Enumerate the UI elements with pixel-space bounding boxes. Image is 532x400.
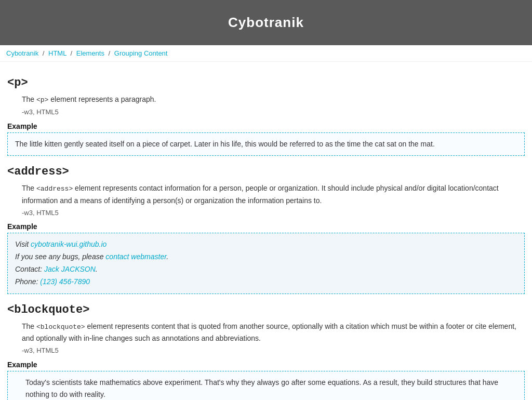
address-line-1-prefix: Visit (15, 240, 31, 248)
blockquote-example-box: Today's scientists take mathematics abov… (7, 371, 525, 400)
address-link-site[interactable]: cybotranik-wui.github.io (31, 240, 107, 248)
address-line-2-suffix: . (166, 252, 168, 261)
address-source: -w3, HTML5 (22, 209, 59, 217)
breadcrumb-cybotranik[interactable]: Cybotranik (6, 49, 38, 57)
p-heading: <p> (7, 76, 525, 89)
address-line-2-prefix: If you see any bugs, please (15, 252, 105, 261)
breadcrumb-sep-2: / (71, 49, 74, 57)
address-heading: <address> (7, 165, 525, 178)
p-example-text: The little kitten gently seated itself o… (15, 140, 435, 148)
address-link-contact[interactable]: contact webmaster (105, 252, 166, 261)
p-example-label: Example (7, 122, 525, 130)
address-link-phone[interactable]: (123) 456-7890 (40, 277, 90, 286)
blockquote-heading: <blockquote> (7, 303, 525, 316)
blockquote-description: The <blockquote> element represents cont… (7, 321, 525, 356)
p-section: <p> The <p> element represents a paragra… (7, 76, 525, 156)
p-example-box: The little kitten gently seated itself o… (7, 132, 525, 156)
site-header: Cybotranik (0, 0, 532, 45)
breadcrumb-grouping[interactable]: Grouping Content (114, 49, 168, 57)
breadcrumb-sep-3: / (109, 49, 112, 57)
breadcrumb-html[interactable]: HTML (48, 49, 66, 57)
site-title: Cybotranik (0, 15, 532, 31)
address-example-label: Example (7, 222, 525, 231)
blockquote-inner: Today's scientists take mathematics abov… (15, 377, 517, 400)
address-line-4-prefix: Phone: (15, 277, 40, 286)
address-line-3-prefix: Contact: (15, 265, 44, 273)
p-description: The <p> element represents a paragraph. … (7, 94, 525, 118)
address-description: The <address> element represents contact… (7, 182, 525, 218)
address-section: <address> The <address> element represen… (7, 165, 525, 294)
address-link-person[interactable]: Jack JACKSON (44, 265, 96, 273)
breadcrumb-sep-1: / (43, 49, 46, 57)
main-content: <p> The <p> element represents a paragra… (0, 62, 532, 400)
address-example-box: Visit cybotranik-wui.github.io If you se… (7, 233, 525, 294)
blockquote-quote-text: Today's scientists take mathematics abov… (25, 378, 498, 399)
breadcrumb-elements[interactable]: Elements (76, 49, 104, 57)
blockquote-source: -w3, HTML5 (22, 346, 59, 354)
blockquote-section: <blockquote> The <blockquote> element re… (7, 303, 525, 400)
p-source: -w3, HTML5 (22, 108, 59, 116)
address-line-3-suffix: . (96, 265, 98, 273)
blockquote-example-label: Example (7, 361, 525, 369)
breadcrumb: Cybotranik / HTML / Elements / Grouping … (0, 45, 532, 62)
